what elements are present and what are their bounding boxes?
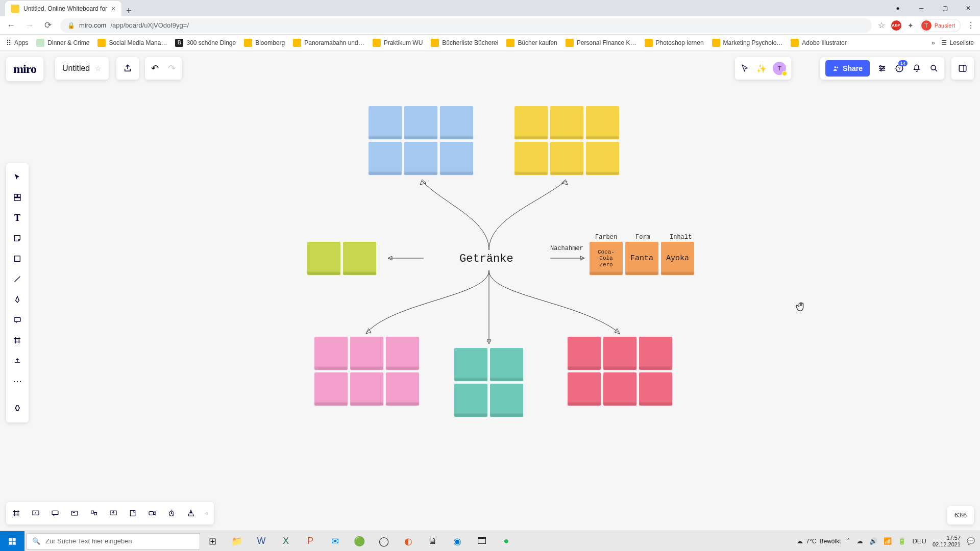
sticky-note[interactable] — [490, 384, 523, 417]
sticky-note[interactable] — [568, 337, 601, 370]
bookmark-item[interactable]: Social Media Mana… — [97, 39, 167, 47]
sticky-note[interactable] — [603, 337, 636, 370]
sticky-note[interactable] — [454, 384, 487, 417]
bookmark-item[interactable]: Marketing Psycholo… — [712, 39, 783, 47]
word-icon[interactable]: W — [249, 531, 274, 552]
sticky-note[interactable] — [639, 337, 672, 370]
app-icon[interactable]: 🗎 — [421, 531, 445, 552]
url-path: /app/board/uXjVOdoI9yg=/ — [110, 21, 189, 29]
apps-shortcut[interactable]: ⠿Apps — [6, 39, 28, 47]
miro-app: miro Untitled ☆ ↶ ↷ ✨ T Share ? 14 — [0, 51, 980, 531]
sticky-note[interactable] — [350, 337, 383, 370]
sticky-note[interactable]: Ayoka — [661, 242, 694, 275]
notifications-icon[interactable]: 💬 — [967, 537, 975, 545]
profile-chip[interactable]: T Pausiert — [920, 19, 961, 32]
sticky-note[interactable]: Coca-Cola Zero — [590, 242, 623, 275]
minimize-icon[interactable]: ─ — [910, 0, 933, 16]
sticky-note[interactable] — [314, 372, 348, 406]
svg-rect-25 — [9, 538, 12, 541]
star-icon[interactable]: ☆ — [878, 20, 885, 30]
center-topic[interactable]: Getränke — [459, 253, 513, 265]
windows-taskbar: 🔍 Zur Suche Text hier eingeben ⊞ 📁 W X P… — [0, 531, 980, 551]
opera-icon[interactable]: ◯ — [372, 531, 396, 552]
canvas[interactable]: Farben Form Inhalt Coca-Cola Zero Fanta … — [0, 51, 980, 531]
start-button[interactable] — [0, 531, 24, 552]
clock[interactable]: 17:57 02.12.2021 — [933, 535, 961, 547]
sticky-note[interactable] — [386, 337, 419, 370]
browser-titlebar: Untitled, Online Whiteboard for × + ● ─ … — [0, 0, 980, 16]
account-dot-icon[interactable]: ● — [886, 0, 910, 16]
back-icon[interactable]: ← — [5, 19, 17, 32]
sticky-note[interactable] — [386, 372, 419, 406]
bookmark-item[interactable]: Dinner & Crime — [36, 39, 89, 47]
excel-icon[interactable]: X — [274, 531, 298, 552]
onedrive-icon[interactable]: ☁ — [856, 537, 863, 545]
new-tab-button[interactable]: + — [121, 6, 136, 16]
file-explorer-icon[interactable]: 📁 — [225, 531, 249, 552]
sticky-note[interactable] — [404, 106, 437, 139]
bookmark-item[interactable]: Praktikum WU — [373, 39, 423, 47]
sticky-note[interactable] — [586, 142, 619, 175]
sticky-note[interactable]: Fanta — [625, 242, 658, 275]
bookmark-item[interactable]: Bloomberg — [244, 39, 285, 47]
sticky-note[interactable] — [454, 348, 487, 381]
sticky-note[interactable] — [343, 242, 376, 275]
mail-icon[interactable]: ✉ — [323, 531, 347, 552]
sticky-note[interactable] — [440, 106, 473, 139]
bookmark-item[interactable]: Photoshop lernen — [645, 39, 704, 47]
sticky-note[interactable] — [603, 372, 636, 406]
spotify-icon[interactable]: ● — [494, 531, 519, 552]
sticky-note[interactable] — [369, 142, 402, 175]
language-indicator[interactable]: DEU — [912, 537, 926, 545]
taskbar-search[interactable]: 🔍 Zur Suche Text hier eingeben — [27, 533, 200, 549]
browser-tab[interactable]: Untitled, Online Whiteboard for × — [5, 1, 121, 16]
app-icon[interactable]: ◐ — [396, 531, 421, 552]
tab-favicon — [11, 5, 19, 13]
sticky-note[interactable] — [314, 337, 348, 370]
bookmark-item[interactable]: B300 schöne Dinge — [175, 39, 236, 47]
maximize-icon[interactable]: ▢ — [933, 0, 957, 16]
column-label: Inhalt — [670, 234, 692, 241]
reading-list-button[interactable]: ☰Leseliste — [941, 39, 974, 46]
bookmark-item[interactable]: Personal Finance K… — [566, 39, 636, 47]
bookmark-item[interactable]: Bücherliste Bücherei — [431, 39, 498, 47]
sticky-note[interactable] — [514, 142, 548, 175]
edge-icon[interactable]: ◉ — [445, 531, 470, 552]
abp-extension-icon[interactable]: ABP — [891, 20, 901, 31]
wifi-icon[interactable]: 📶 — [884, 537, 892, 545]
bookmarks-bar: ⠿Apps Dinner & Crime Social Media Mana… … — [0, 35, 980, 51]
sticky-note[interactable] — [404, 142, 437, 175]
tray-chevron-icon[interactable]: ˄ — [847, 537, 850, 545]
connector-label: Nachahmer — [550, 245, 583, 252]
chrome-icon[interactable]: 🟢 — [347, 531, 372, 552]
sticky-note[interactable] — [550, 142, 583, 175]
sticky-note[interactable] — [350, 372, 383, 406]
sticky-note[interactable] — [586, 106, 619, 139]
sticky-note[interactable] — [490, 348, 523, 381]
bookmark-item[interactable]: Panoramabahn und… — [293, 39, 364, 47]
svg-rect-28 — [13, 541, 16, 544]
sticky-note[interactable] — [639, 372, 672, 406]
volume-icon[interactable]: 🔊 — [869, 537, 877, 545]
powerpoint-icon[interactable]: P — [298, 531, 323, 552]
bookmark-item[interactable]: Adobe Illustrator — [791, 39, 846, 47]
extensions-icon[interactable]: ✦ — [908, 21, 914, 30]
reload-icon[interactable]: ⟳ — [42, 19, 54, 32]
battery-icon[interactable]: 🔋 — [898, 537, 906, 545]
sticky-note[interactable] — [514, 106, 548, 139]
url-field[interactable]: 🔒 miro.com/app/board/uXjVOdoI9yg=/ — [60, 18, 872, 33]
chrome-menu-icon[interactable]: ⋮ — [967, 20, 975, 30]
sticky-note[interactable] — [440, 142, 473, 175]
close-tab-icon[interactable]: × — [111, 5, 115, 13]
bookmark-item[interactable]: Bücher kaufen — [506, 39, 557, 47]
sticky-note[interactable] — [550, 106, 583, 139]
close-window-icon[interactable]: ✕ — [957, 0, 980, 16]
sticky-note[interactable] — [307, 242, 340, 275]
hand-cursor-icon — [795, 301, 806, 315]
sticky-note[interactable] — [568, 372, 601, 406]
app-icon[interactable]: 🗔 — [470, 531, 494, 552]
bookmarks-overflow-icon[interactable]: » — [932, 39, 935, 46]
sticky-note[interactable] — [369, 106, 402, 139]
weather-widget[interactable]: ☁ 7°C Bewölkt — [797, 538, 841, 545]
task-view-icon[interactable]: ⊞ — [200, 531, 225, 552]
